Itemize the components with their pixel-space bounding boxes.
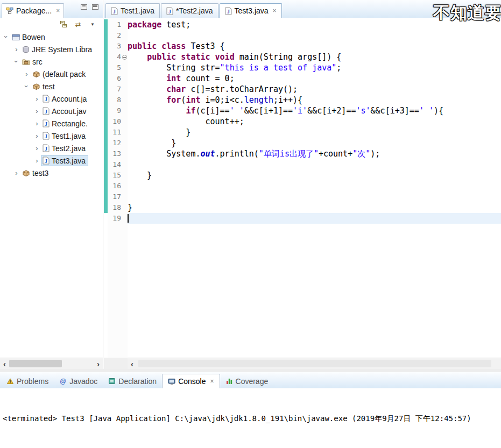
collapse-all-icon[interactable] — [59, 19, 68, 29]
view-menu-icon[interactable]: ▼ — [88, 19, 97, 29]
tree-item-label: Test3.java — [52, 157, 86, 165]
chevron-right-icon[interactable]: › — [33, 145, 41, 152]
code-line-8[interactable]: for(int i=0;i<c.length;i++){ — [128, 95, 501, 105]
package-explorer-icon — [6, 7, 13, 15]
close-icon[interactable]: × — [210, 378, 214, 385]
editor-tab-test1-java[interactable]: JTest1.java — [105, 3, 160, 18]
chevron-right-icon[interactable]: › — [12, 169, 20, 176]
code-line-4[interactable]: public static void main(String args[]) { — [128, 52, 501, 62]
package-explorer-toolbar: ⇄ ▼ — [0, 18, 103, 31]
scroll-left-icon[interactable]: ‹ — [0, 358, 9, 369]
editor-tab-label: Test3.java — [235, 6, 269, 15]
chevron-right-icon[interactable]: › — [33, 120, 41, 127]
code-line-5[interactable]: String str="this is a test of java"; — [128, 62, 501, 73]
code-line-19[interactable] — [128, 213, 501, 224]
tree-item-label: Rectangle. — [52, 119, 88, 128]
line-number-1: 1 — [108, 19, 128, 30]
bottom-tabbar: Problems@JavadocDeclarationConsole×Cover… — [0, 372, 501, 388]
tree-item-test3-java[interactable]: ›JTest3.java — [0, 154, 103, 167]
project-icon — [12, 33, 20, 41]
tree-item-bowen[interactable]: ›Bowen — [0, 31, 103, 43]
editor-tab-label: Test1.java — [121, 6, 154, 15]
code-line-6[interactable]: int count = 0; — [128, 73, 501, 84]
maximize-icon[interactable] — [92, 4, 98, 10]
code-line-10[interactable]: count++; — [128, 116, 501, 127]
editor-tab-test3-java[interactable]: JTest3.java× — [220, 3, 282, 18]
line-number-9: 9 — [108, 105, 128, 116]
code-line-15[interactable]: } — [128, 170, 501, 181]
tree-item-account-ja[interactable]: ›JAccount.ja — [0, 93, 103, 105]
scrollbar-thumb[interactable] — [138, 360, 491, 367]
scroll-right-icon[interactable]: › — [94, 358, 103, 369]
tree-item-jre-system-libra[interactable]: ›JRE System Libra — [0, 43, 103, 55]
tree-item-test1-java[interactable]: ›JTest1.java — [0, 130, 103, 142]
chevron-right-icon[interactable]: › — [12, 46, 20, 53]
bottom-tab-javadoc[interactable]: @Javadoc — [54, 374, 103, 388]
scroll-left-icon[interactable]: ‹ — [128, 358, 137, 369]
bottom-tab-coverage[interactable]: Coverage — [220, 374, 274, 388]
tree-item-label: Test2.java — [52, 144, 86, 153]
watermark-text: 不知道要 — [433, 2, 501, 24]
editor-hscrollbar[interactable]: ‹ — [128, 358, 501, 369]
code-line-9[interactable]: if(c[i]==' '&&c[i+1]=='i'&&c[i+2]=='s'&&… — [128, 105, 501, 116]
declaration-icon — [108, 378, 116, 385]
range-indicator — [104, 19, 108, 213]
line-number-16: 16 — [108, 181, 128, 191]
javadoc-icon: @ — [59, 378, 67, 385]
line-number-19: 19 — [108, 213, 128, 224]
bottom-tab-declaration[interactable]: Declaration — [103, 374, 162, 388]
bottom-tab-label: Declaration — [118, 377, 157, 386]
code-line-11[interactable]: } — [128, 127, 501, 138]
chevron-right-icon[interactable]: › — [23, 70, 31, 77]
close-icon[interactable]: × — [56, 7, 60, 15]
tree-item-test2-java[interactable]: ›JTest2.java — [0, 142, 103, 154]
tree-item-src[interactable]: ›src — [0, 55, 103, 68]
code-line-7[interactable]: char c[]=str.toCharArray(); — [128, 84, 501, 95]
line-number-15: 15 — [108, 170, 128, 181]
editor-tab-test2-java[interactable]: J*Test2.java — [161, 3, 218, 18]
package-explorer-tab-label: Package... — [16, 6, 52, 15]
bottom-tab-console[interactable]: Console× — [162, 374, 220, 388]
code-line-12[interactable]: } — [128, 138, 501, 148]
code-line-18[interactable]: } — [128, 202, 501, 213]
tree-item-label: test — [43, 82, 55, 91]
code-line-3[interactable]: public class Test3 { — [128, 41, 501, 52]
close-icon[interactable]: × — [273, 7, 277, 15]
bottom-tab-problems[interactable]: Problems — [1, 374, 54, 388]
tree-item-rectangle[interactable]: ›JRectangle. — [0, 117, 103, 130]
code-editor[interactable]: package test;public class Test3 { public… — [128, 18, 501, 358]
chevron-right-icon[interactable]: › — [33, 132, 41, 139]
line-number-17: 17 — [108, 191, 128, 202]
svg-text:J: J — [45, 133, 47, 139]
code-line-2[interactable] — [128, 30, 501, 41]
line-number-14: 14 — [108, 159, 128, 170]
editor-tab-label: *Test2.java — [176, 6, 213, 15]
code-line-17[interactable] — [128, 191, 501, 202]
tree-item-accout-jav[interactable]: ›JAccout.jav — [0, 105, 103, 117]
code-line-13[interactable]: System.out.println("单词is出现了"+count+"次"); — [128, 148, 501, 159]
tree-item-label: test3 — [32, 169, 48, 177]
tree-item-default-pack[interactable]: ›(default pack — [0, 68, 103, 80]
scrollbar-thumb[interactable] — [9, 360, 62, 367]
package-explorer-tabbar: Package... × — [0, 0, 103, 18]
chevron-down-icon[interactable]: › — [13, 58, 20, 66]
package-icon — [32, 83, 40, 90]
package-explorer-tree: ›Bowen›JRE System Libra›src›(default pac… — [0, 31, 103, 358]
bottom-tab-label: Problems — [17, 377, 48, 386]
chevron-down-icon[interactable]: › — [3, 33, 10, 41]
code-line-16[interactable] — [128, 181, 501, 191]
package-explorer-tab[interactable]: Package... × — [2, 3, 64, 18]
minimize-icon[interactable] — [81, 4, 87, 10]
chevron-right-icon[interactable]: › — [33, 95, 41, 102]
fold-collapse-icon[interactable] — [122, 55, 127, 60]
chevron-right-icon[interactable]: › — [33, 108, 41, 115]
explorer-hscrollbar[interactable]: ‹ › — [0, 358, 103, 369]
tree-item-test[interactable]: ›test — [0, 80, 103, 93]
tree-item-test3[interactable]: ›test3 — [0, 167, 103, 179]
code-line-14[interactable] — [128, 159, 501, 170]
link-with-editor-icon[interactable]: ⇄ — [73, 19, 83, 29]
chevron-down-icon[interactable]: › — [23, 82, 30, 90]
java-file-icon: J — [111, 7, 118, 15]
chevron-right-icon[interactable]: › — [33, 157, 41, 164]
package-icon — [22, 169, 30, 176]
